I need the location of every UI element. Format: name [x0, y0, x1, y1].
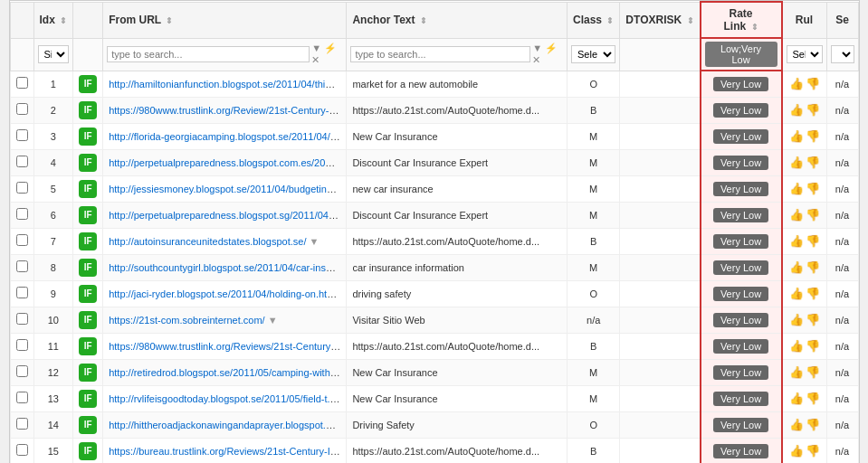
url-dropdown-icon[interactable]: ▼ [310, 236, 320, 247]
approve-icon[interactable]: 👍 [789, 77, 804, 90]
url-filter-icons: ▼ ⚡ ✕ [311, 43, 342, 66]
approve-icon[interactable]: 👍 [789, 287, 804, 300]
reject-icon[interactable]: 👎 [806, 77, 820, 90]
row-rate-link: Very Low [701, 175, 782, 202]
row-checkbox[interactable] [16, 182, 28, 194]
approve-icon[interactable]: 👍 [789, 156, 804, 169]
from-url-link[interactable]: http://jessiesmoney.blogspot.se/2011/04/… [109, 184, 347, 194]
from-url-link[interactable]: https://980www.trustlink.org/Reviews/21s… [109, 341, 347, 352]
row-anchor-text: https://auto.21st.com/AutoQuote/home.d..… [347, 97, 568, 123]
approve-icon[interactable]: 👍 [789, 234, 804, 248]
rate-badge: Very Low [713, 103, 768, 118]
row-checkbox-cell [10, 411, 33, 438]
idx-sort-icon[interactable]: ⇕ [60, 16, 67, 25]
row-checkbox[interactable] [16, 392, 28, 403]
row-se: n/a [826, 411, 858, 438]
class-sort-icon[interactable]: ⇕ [606, 16, 614, 25]
idx-filter-select[interactable]: Si [38, 45, 70, 63]
from-url-link[interactable]: https://21st-com.sobreinternet.com/ [109, 315, 264, 326]
filter-class-cell: Sele [567, 38, 619, 71]
row-checkbox[interactable] [16, 129, 28, 141]
url-dropdown-icon[interactable]: ▼ [268, 315, 278, 326]
table-row: 14IFhttp://hittheroadjackonawingandapray… [10, 411, 858, 438]
row-se: n/a [826, 333, 858, 359]
reject-icon[interactable]: 👎 [806, 365, 820, 379]
anchor-filter-input[interactable] [350, 46, 530, 62]
row-dtox [620, 411, 701, 438]
reject-icon[interactable]: 👎 [806, 103, 820, 117]
row-anchor-text: new car insurance [347, 175, 568, 202]
th-idx-label: Idx [40, 14, 55, 26]
row-checkbox-cell [10, 123, 33, 149]
row-se: n/a [826, 175, 858, 202]
from-url-link[interactable]: http://retiredrod.blogspot.se/2011/05/ca… [109, 367, 347, 378]
dtox-sort-icon[interactable]: ⇕ [687, 16, 694, 25]
row-checkbox[interactable] [16, 208, 28, 220]
from-url-link[interactable]: http://autoinsuranceunitedstates.blogspo… [109, 236, 306, 247]
row-checkbox[interactable] [16, 365, 28, 377]
rate-filter-button[interactable]: Low;Very Low [705, 42, 777, 67]
reject-icon[interactable]: 👎 [806, 418, 820, 431]
approve-icon[interactable]: 👍 [789, 103, 804, 117]
from-url-link[interactable]: http://rvlifeisgoodtoday.blogspot.se/201… [109, 393, 339, 404]
reject-icon[interactable]: 👎 [806, 287, 820, 300]
from-url-link[interactable]: https://bureau.trustlink.org/Reviews/21s… [109, 446, 344, 457]
row-idx: 7 [33, 228, 73, 254]
url-dropdown-icon[interactable]: ▼ [340, 288, 347, 299]
class-filter-select[interactable]: Sele [571, 45, 615, 63]
rate-badge: Very Low [713, 234, 768, 249]
url-filter-input[interactable] [107, 46, 310, 62]
row-dtox [620, 123, 701, 149]
reject-icon[interactable]: 👎 [806, 444, 820, 458]
reject-icon[interactable]: 👎 [806, 129, 820, 143]
approve-icon[interactable]: 👍 [789, 444, 804, 458]
approve-icon[interactable]: 👍 [789, 418, 804, 431]
row-checkbox[interactable] [16, 77, 28, 89]
if-icon: IF [79, 128, 97, 146]
row-checkbox[interactable] [16, 418, 28, 430]
reject-icon[interactable]: 👎 [806, 208, 820, 222]
from-url-link[interactable]: http://perpetualpreparedness.blogspot.co… [109, 157, 347, 168]
from-url-link[interactable]: http://hamiltonianfunction.blogspot.se/2… [109, 79, 344, 90]
reject-icon[interactable]: 👎 [806, 313, 820, 326]
reject-icon[interactable]: 👎 [806, 234, 820, 248]
row-checkbox[interactable] [16, 260, 28, 272]
row-checkbox[interactable] [16, 313, 28, 325]
reject-icon[interactable]: 👎 [806, 182, 820, 195]
reject-icon[interactable]: 👎 [806, 260, 820, 274]
row-checkbox[interactable] [16, 156, 28, 167]
approve-icon[interactable]: 👍 [789, 313, 804, 326]
from-url-link[interactable]: https://980www.trustlink.org/Review/21st… [109, 105, 347, 116]
from-url-link[interactable]: http://hittheroadjackonawingandaprayer.b… [109, 420, 347, 430]
se-filter-select[interactable]: Se [831, 45, 854, 63]
reject-icon[interactable]: 👎 [806, 156, 820, 169]
row-checkbox[interactable] [16, 103, 28, 115]
from-url-sort-icon[interactable]: ⇕ [166, 16, 173, 25]
rate-sort-icon[interactable]: ⇕ [751, 23, 758, 32]
from-url-link[interactable]: http://florida-georgiacamping.blogspot.s… [109, 131, 347, 142]
approve-icon[interactable]: 👍 [789, 129, 804, 143]
from-url-link[interactable]: http://jaci-ryder.blogspot.se/2011/04/ho… [109, 288, 338, 299]
reject-icon[interactable]: 👎 [806, 392, 820, 405]
rate-badge: Very Low [713, 339, 768, 354]
row-checkbox[interactable] [16, 234, 28, 246]
if-icon: IF [79, 259, 97, 277]
row-checkbox[interactable] [16, 444, 28, 456]
row-from-url: http://perpetualpreparedness.blogspot.co… [103, 149, 347, 175]
approve-icon[interactable]: 👍 [789, 339, 804, 353]
from-url-link[interactable]: http://perpetualpreparedness.blogspot.sg… [109, 210, 347, 221]
row-checkbox[interactable] [16, 287, 28, 298]
approve-icon[interactable]: 👍 [789, 260, 804, 274]
anchor-sort-icon[interactable]: ⇕ [420, 16, 427, 25]
approve-icon[interactable]: 👍 [789, 208, 804, 222]
rul-filter-select[interactable]: Sel [787, 45, 823, 63]
row-class: B [567, 438, 619, 463]
row-class: M [567, 385, 619, 411]
approve-icon[interactable]: 👍 [789, 392, 804, 405]
approve-icon[interactable]: 👍 [789, 182, 804, 195]
row-checkbox[interactable] [16, 339, 28, 351]
table-row: 11IFhttps://980www.trustlink.org/Reviews… [10, 333, 858, 359]
approve-icon[interactable]: 👍 [789, 365, 804, 379]
reject-icon[interactable]: 👎 [806, 339, 820, 353]
from-url-link[interactable]: http://southcountygirl.blogspot.se/2011/… [109, 262, 342, 273]
